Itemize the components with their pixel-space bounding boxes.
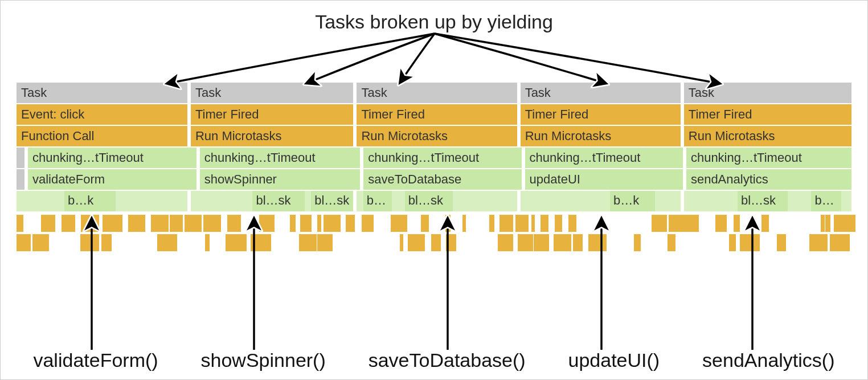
row-chunk: chunking…tTimeoutchunking…tTimeoutchunki… [17, 148, 851, 168]
event-cell: Event: click [17, 104, 187, 125]
fn-cell: updateUI [525, 169, 683, 190]
fragment-group: bl…skb… [684, 191, 851, 211]
perf-flame-chart: TaskTaskTaskTaskTask Event: clickTimer F… [17, 83, 851, 269]
fragment-cell: bl…sk [252, 191, 304, 211]
fn-cell: validateForm [28, 169, 196, 190]
fragment-group: b…bl…sk [357, 191, 517, 211]
call-cell: Run Microtasks [521, 126, 681, 146]
row-event: Event: clickTimer FiredTimer FiredTimer … [17, 104, 851, 125]
chunk-cell: chunking…tTimeout [686, 148, 851, 168]
fragment-cell: b… [811, 191, 841, 211]
task-cell: Task [684, 83, 851, 103]
flame-bars [17, 215, 851, 269]
bottom-label: validateForm() [33, 349, 158, 371]
fn-cell: saveToDatabase [363, 169, 521, 190]
bottom-label: saveToDatabase() [369, 349, 526, 371]
call-cell: Run Microtasks [684, 126, 851, 146]
task-cell: Task [191, 83, 354, 103]
call-cell: Function Call [17, 126, 187, 146]
chunk-cell: chunking…tTimeout [28, 148, 196, 168]
fn-cell: sendAnalytics [686, 169, 851, 190]
fragment-cell: bl…sk [311, 191, 353, 211]
chunk-cell: chunking…tTimeout [200, 148, 361, 168]
fragment-cell: bl…sk [738, 191, 788, 211]
row-call: Function CallRun MicrotasksRun Microtask… [17, 126, 851, 146]
diagram-title: Tasks broken up by yielding [315, 11, 553, 33]
fragment-group: b…k [17, 191, 187, 211]
chunk-cell: chunking…tTimeout [525, 148, 683, 168]
bottom-label: sendAnalytics() [702, 349, 834, 371]
fragment-cell: b…k [610, 191, 655, 211]
call-cell: Run Microtasks [191, 126, 354, 146]
fragment-cell: b… [363, 191, 392, 211]
row-task: TaskTaskTaskTaskTask [17, 83, 851, 103]
fn-cell: showSpinner [200, 169, 361, 190]
event-cell: Timer Fired [191, 104, 354, 125]
bottom-label: showSpinner() [201, 349, 326, 371]
bottom-label: updateUI() [568, 349, 660, 371]
row-fn: validateFormshowSpinnersaveToDatabaseupd… [17, 169, 851, 190]
fragment-cell: bl…sk [405, 191, 453, 211]
event-cell: Timer Fired [521, 104, 681, 125]
row-fragments: b…kbl…skbl…skb…bl…skb…kbl…skb… [17, 191, 851, 211]
task-cell: Task [521, 83, 681, 103]
event-cell: Timer Fired [684, 104, 851, 125]
fragment-group: b…k [521, 191, 681, 211]
fragment-cell: b…k [64, 191, 116, 211]
call-cell: Run Microtasks [357, 126, 517, 146]
fragment-base [521, 191, 681, 211]
fragment-group: bl…skbl…sk [191, 191, 354, 211]
task-cell: Task [17, 83, 187, 103]
task-cell: Task [357, 83, 517, 103]
event-cell: Timer Fired [357, 104, 517, 125]
bottom-labels: validateForm()showSpinner()saveToDatabas… [12, 349, 856, 371]
chunk-cell: chunking…tTimeout [363, 148, 521, 168]
